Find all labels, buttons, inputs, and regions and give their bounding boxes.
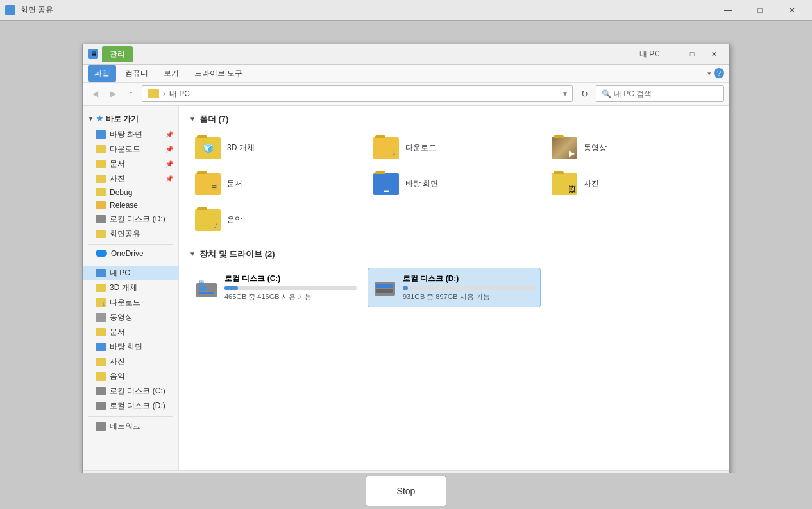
folder-item-photo[interactable]: 사진	[546, 169, 719, 200]
folder-item-label: 음악	[227, 214, 242, 225]
sidebar-item-desktop[interactable]: 바탕 화면 📌	[83, 127, 178, 142]
sidebar-item-3d[interactable]: 3D 개체	[83, 280, 178, 295]
sidebar-item-photos2[interactable]: 사진	[83, 354, 178, 369]
sidebar-item-docs2[interactable]: 문서	[83, 325, 178, 340]
folder-item-music[interactable]: ♪ 음악	[189, 205, 362, 236]
sidebar-item-debug[interactable]: Debug	[83, 186, 178, 199]
drive-item-c[interactable]: ⊞ 로컬 디스크 (C:) 465GB 중 416GB 사용 가능	[189, 268, 362, 307]
nav-up-button[interactable]: ↑	[124, 87, 138, 101]
outer-maximize-button[interactable]: □	[745, 0, 775, 21]
drives-chevron: ▼	[189, 250, 196, 257]
video-icon	[96, 313, 106, 322]
ribbon-tab-drive[interactable]: 드라이브 도구	[188, 65, 249, 82]
svg-rect-5	[376, 284, 393, 288]
outer-content: 🖥 관리 내 PC — □ ✕ 파일 컴퓨터 보기 드라이브 도구 ▾	[0, 21, 812, 509]
drive-d-name: 로컬 디스크 (D:)	[403, 273, 535, 284]
folder-item-label: 동영상	[584, 142, 607, 153]
folder-item-label: 사진	[584, 178, 599, 189]
folder-icon	[96, 230, 106, 238]
fe-titlebar: 🖥 관리 내 PC — □ ✕	[83, 44, 729, 65]
fe-tabs: 관리	[102, 46, 632, 62]
sidebar-item-downloads[interactable]: 다운로드 📌	[83, 142, 178, 157]
drive-d-info: 로컬 디스크 (D:) 931GB 중 897GB 사용 가능	[403, 273, 535, 302]
sidebar-item-label: 다운로드	[110, 144, 140, 155]
computer-breadcrumb-icon	[148, 89, 159, 98]
sidebar-item-label: 화면공유	[110, 229, 140, 239]
drive-item-d[interactable]: 로컬 디스크 (D:) 931GB 중 897GB 사용 가능	[368, 268, 541, 307]
folder-item-label: 바탕 화면	[405, 178, 438, 189]
quick-access-chevron: ▼	[88, 116, 94, 122]
sidebar-separator-2	[88, 263, 173, 263]
fe-maximize-button[interactable]: □	[682, 46, 702, 62]
tab-manage[interactable]: 관리	[102, 46, 133, 62]
folder-icon-video	[552, 137, 577, 159]
folder-icon-docs	[195, 173, 221, 195]
svg-rect-6	[376, 289, 393, 293]
sidebar-separator-3	[88, 416, 173, 417]
onedrive-icon	[96, 250, 107, 257]
folder-icon	[96, 145, 106, 153]
folders-header-label: 폴더 (7)	[199, 114, 229, 125]
folder-icon	[96, 188, 106, 196]
sidebar-item-label: 사진	[110, 173, 125, 184]
folder-item-3d[interactable]: 🧊 3D 개체	[189, 133, 362, 164]
sidebar-item-network[interactable]: 네트워크	[83, 419, 178, 434]
folder-icon-music: ♪	[195, 209, 221, 231]
folder-icon-download	[373, 137, 399, 159]
folder-item-docs[interactable]: 문서	[189, 169, 362, 200]
drive-c-fill	[224, 286, 238, 290]
sidebar-item-d-drive[interactable]: 로컬 디스크 (D:)	[83, 399, 178, 413]
pin-icon: 📌	[165, 160, 173, 168]
sidebar-item-label: Release	[110, 201, 138, 210]
sidebar-item-screenshare[interactable]: 화면공유	[83, 227, 178, 241]
folder-item-download[interactable]: 다운로드	[368, 133, 541, 164]
ribbon-tab-file[interactable]: 파일	[88, 65, 116, 82]
folder-item-desktop[interactable]: 바탕 화면	[368, 169, 541, 200]
nav-back-button[interactable]: ◀	[88, 87, 102, 101]
sidebar-item-documents[interactable]: 문서 📌	[83, 157, 178, 171]
folder-icon-3d: 🧊	[195, 137, 221, 159]
address-box[interactable]: › 내 PC ▾	[142, 85, 573, 102]
address-text: 내 PC	[169, 89, 190, 99]
fe-content: ▼ 폴더 (7) 🧊 3D 개체	[179, 106, 729, 470]
sidebar-item-photos[interactable]: 사진 📌	[83, 171, 178, 186]
sidebar-item-release[interactable]: Release	[83, 199, 178, 212]
outer-titlebar: 화면 공유 — □ ✕	[0, 0, 812, 21]
drive-c-info: 로컬 디스크 (C:) 465GB 중 416GB 사용 가능	[224, 273, 357, 302]
sidebar-item-dl[interactable]: ↓ 다운로드	[83, 295, 178, 310]
fe-window-controls: — □ ✕	[660, 46, 724, 62]
computer-icon	[96, 269, 106, 277]
sidebar-item-desktop2[interactable]: 바탕 화면	[83, 340, 178, 354]
stop-button[interactable]: Stop	[366, 476, 446, 506]
breadcrumb-separator: ›	[163, 89, 165, 98]
sidebar-quick-access-header[interactable]: ▼ ★ 바로 가기	[83, 111, 178, 127]
sidebar-item-this-pc[interactable]: 내 PC	[83, 266, 178, 280]
sidebar-item-videos[interactable]: 동영상	[83, 310, 178, 325]
sidebar-item-label: 문서	[110, 159, 125, 169]
outer-minimize-button[interactable]: —	[713, 0, 743, 21]
nav-forward-button[interactable]: ▶	[106, 87, 120, 101]
folder-item-video[interactable]: 동영상	[546, 133, 719, 164]
chevron-down-icon: ▾	[707, 69, 711, 78]
ribbon-tab-view[interactable]: 보기	[157, 65, 185, 82]
ribbon-expand[interactable]: ▾ ?	[707, 68, 724, 78]
folder-grid: 🧊 3D 개체 다운로드 동영상	[189, 133, 719, 236]
sidebar-item-local-d[interactable]: 로컬 디스크 (D:)	[83, 212, 178, 227]
fe-minimize-button[interactable]: —	[660, 46, 681, 62]
sidebar-item-c-drive[interactable]: 로컬 디스크 (C:)	[83, 384, 178, 399]
drives-header-label: 장치 및 드라이브 (2)	[199, 248, 275, 260]
svg-rect-1	[199, 286, 207, 291]
refresh-button[interactable]: ↻	[577, 86, 592, 101]
outer-close-button[interactable]: ✕	[777, 0, 807, 21]
search-box[interactable]: 🔍	[596, 85, 724, 102]
sidebar-item-music[interactable]: 음악	[83, 369, 178, 384]
search-input[interactable]	[614, 89, 718, 98]
drive-d-size: 931GB 중 897GB 사용 가능	[403, 292, 535, 302]
ribbon-tab-computer[interactable]: 컴퓨터	[119, 65, 155, 82]
folder-icon	[96, 201, 106, 209]
folder-icon	[96, 130, 106, 139]
ribbon: 파일 컴퓨터 보기 드라이브 도구 ▾ ?	[83, 65, 729, 83]
sidebar-item-onedrive[interactable]: OneDrive	[83, 247, 178, 260]
fe-close-button[interactable]: ✕	[704, 46, 724, 62]
svg-text:⊞: ⊞	[199, 279, 204, 286]
